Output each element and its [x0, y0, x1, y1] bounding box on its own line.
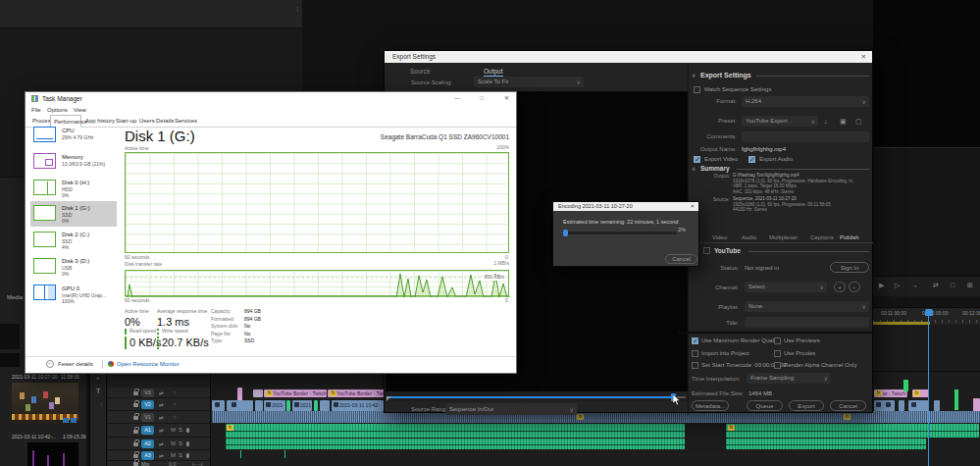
playhead-line[interactable]: [928, 315, 929, 466]
lock-icon[interactable]: [133, 462, 138, 466]
track-header-v3[interactable]: V3 ⇄ ○: [108, 388, 210, 398]
playlist-dropdown[interactable]: None ∨: [745, 301, 869, 312]
channel-dropdown[interactable]: Select ∨: [745, 282, 827, 292]
fx-badge[interactable]: fx: [913, 390, 920, 396]
disk1-thumbnail[interactable]: [33, 205, 56, 221]
sidebar-disk0[interactable]: Disk 0 (H:): [62, 180, 89, 186]
export-dialog-titlebar[interactable]: Export Settings ✕: [385, 51, 872, 63]
timeline-clip[interactable]: [286, 400, 290, 411]
sidebar-disk1[interactable]: Disk 1 (G:): [62, 205, 90, 212]
memory-thumbnail[interactable]: [33, 153, 56, 169]
work-area-bar[interactable]: [873, 322, 930, 325]
timeline-clip[interactable]: [227, 400, 253, 411]
mute-button[interactable]: M: [171, 440, 176, 446]
solo-button[interactable]: S: [179, 427, 182, 433]
timeline-clip[interactable]: 2021-03-11 10-42-: [332, 400, 384, 411]
timeline-clip[interactable]: [320, 400, 330, 411]
timeline-clip[interactable]: 2021-: [264, 400, 285, 411]
sync-icon[interactable]: ⇄: [159, 440, 164, 447]
fit-icon[interactable]: ⊢⊣: [192, 461, 202, 466]
export-frame-arrow-icon[interactable]: →: [911, 282, 918, 289]
lock-icon[interactable]: [133, 430, 138, 434]
track-header-a3[interactable]: A3 ⇄ M S: [108, 450, 210, 461]
youtube-checkbox[interactable]: [703, 247, 710, 254]
menu-options[interactable]: Options: [47, 107, 68, 114]
sync-icon[interactable]: ⇄: [159, 401, 164, 408]
type-tool-icon[interactable]: T: [96, 388, 100, 395]
fx-badge[interactable]: fx: [330, 390, 336, 396]
fx-badge[interactable]: fx: [227, 425, 233, 431]
timeline-clip[interactable]: [934, 400, 940, 411]
timeline-clip[interactable]: YouTube Border - Twitch: [328, 389, 388, 397]
source-scaling-dropdown[interactable]: Scale To Fit ∨: [474, 77, 584, 87]
lock-icon[interactable]: [133, 391, 138, 395]
timeline-clip-audio[interactable]: [726, 439, 926, 449]
save-preset-icon[interactable]: ↓: [824, 118, 828, 126]
tab-captions[interactable]: Captions: [810, 234, 834, 241]
lock-icon[interactable]: [133, 442, 138, 446]
open-resource-monitor-link[interactable]: Open Resource Monitor: [117, 361, 180, 368]
gpu-thumbnail[interactable]: [33, 285, 56, 300]
mic-icon[interactable]: [186, 428, 189, 433]
disk3-thumbnail[interactable]: [33, 258, 56, 274]
settings-grid-icon[interactable]: ⊞: [967, 282, 973, 289]
play-icon[interactable]: ▶: [879, 282, 884, 289]
timeline-clip-audio[interactable]: [726, 424, 979, 438]
sidebar-gpu[interactable]: GPU 0: [62, 285, 79, 292]
track-header-a1[interactable]: A1 ⇄ M S: [108, 424, 210, 438]
tab-details[interactable]: Details: [156, 118, 174, 124]
fx-badge[interactable]: fx: [577, 414, 584, 420]
tab-startup[interactable]: Start-up: [116, 118, 136, 124]
export-audio-checkbox[interactable]: [748, 156, 755, 163]
cancel-button[interactable]: Cancel: [830, 400, 866, 411]
chevron-icon[interactable]: ∨: [692, 73, 696, 79]
track-badge-a2[interactable]: A2: [141, 440, 154, 448]
tab-multiplexer[interactable]: Multiplexer: [769, 234, 798, 241]
menu-view[interactable]: View: [74, 107, 86, 114]
sync-icon[interactable]: ⇄: [159, 427, 164, 434]
solo-button[interactable]: S: [179, 452, 182, 458]
sync-icon[interactable]: ⇄: [159, 452, 164, 459]
preset-dropdown[interactable]: YouTube Export ∨: [742, 116, 818, 127]
tab-source[interactable]: Source: [410, 68, 431, 75]
tab-media[interactable]: Media: [7, 294, 23, 301]
source-range-dropdown[interactable]: Sequence In/Out ∨: [445, 403, 577, 415]
set-start-timecode-checkbox[interactable]: [692, 362, 698, 369]
track-badge-v3[interactable]: V3: [141, 388, 154, 397]
track-header-mix[interactable]: Mix 0.0 ⊢⊣: [108, 461, 210, 466]
title-input[interactable]: [745, 317, 869, 328]
minimize-icon[interactable]: —: [454, 95, 460, 102]
mute-button[interactable]: M: [171, 452, 176, 458]
timeline-clip[interactable]: [212, 400, 225, 411]
maximize-icon[interactable]: □: [480, 95, 484, 102]
lock-icon[interactable]: [133, 403, 138, 407]
disk0-thumbnail[interactable]: [33, 180, 56, 195]
timeline-clip[interactable]: 2021: [292, 400, 312, 411]
max-render-quality-checkbox[interactable]: [692, 337, 698, 344]
match-sequence-checkbox[interactable]: [694, 86, 700, 93]
export-video-checkbox[interactable]: [694, 156, 700, 163]
tab-users[interactable]: Users: [139, 118, 155, 124]
resize-grip-icon[interactable]: ◤: [387, 395, 391, 402]
timeline-clip[interactable]: [899, 400, 904, 411]
track-badge-v1[interactable]: V1: [141, 413, 154, 422]
close-icon[interactable]: ✕: [504, 95, 509, 102]
sign-in-button[interactable]: Sign In: [830, 262, 869, 273]
sync-icon[interactable]: ⇄: [159, 389, 164, 396]
export-button[interactable]: Export: [789, 400, 824, 411]
encoding-titlebar[interactable]: Encoding 2021-03-11 10-27-20 ✕: [553, 202, 698, 211]
lock-icon[interactable]: [133, 416, 138, 420]
disk2-thumbnail[interactable]: [33, 232, 56, 247]
track-visibility-icon[interactable]: ○: [173, 389, 177, 395]
more-tools-icon[interactable]: ⋮: [98, 401, 104, 408]
close-icon[interactable]: ✕: [861, 53, 866, 60]
delete-preset-icon[interactable]: ▢: [855, 118, 862, 126]
timeline-clip[interactable]: [255, 400, 263, 411]
tab-audio[interactable]: Audio: [742, 234, 756, 241]
tm-titlebar[interactable]: Task Manager — □ ✕: [26, 92, 516, 105]
time-interpolation-dropdown[interactable]: Frame Sampling ∨: [747, 373, 831, 384]
media-thumb-sliver[interactable]: [0, 324, 20, 349]
track-visibility-icon[interactable]: ○: [173, 414, 177, 420]
encoding-cancel-button[interactable]: Cancel: [665, 254, 697, 264]
queue-button[interactable]: Queue: [747, 400, 783, 411]
